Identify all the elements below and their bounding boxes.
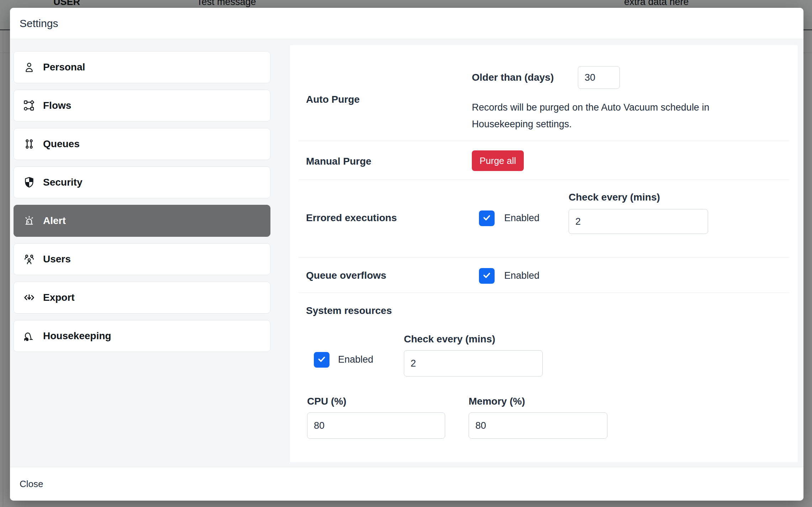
queue-overflows-enabled-checkbox[interactable] [479,268,495,284]
cpu-percent-label: CPU (%) [307,396,346,407]
older-than-days-input[interactable] [578,66,620,89]
schema-icon [22,99,36,112]
sidebar-item-label: Alert [43,215,66,226]
checkmark-icon [482,213,491,224]
manual-purge-label: Manual Purge [306,156,371,167]
checkmark-icon [482,271,491,281]
sidebar-item-users[interactable]: Users [14,243,270,275]
person-icon [22,60,36,74]
close-button[interactable]: Close [20,479,43,490]
people-icon [22,252,36,266]
checkmark-icon [317,354,326,365]
system-resources-enabled-checkbox[interactable] [314,352,329,368]
errored-check-every-input[interactable] [569,209,708,234]
queues-icon [22,137,36,151]
row-divider [299,293,789,293]
modal-footer: Close [10,467,803,501]
sidebar-item-flows[interactable]: Flows [14,90,270,122]
row-divider [299,180,789,180]
modal-header: Settings [10,8,803,39]
system-check-every-input[interactable] [404,350,543,377]
vacuum-icon [22,329,36,343]
older-than-days-label: Older than (days) [472,72,554,83]
sidebar-item-label: Personal [43,62,85,73]
queue-overflows-label: Queue overflows [306,270,386,281]
settings-sidebar: Personal Flows [14,51,270,358]
alert-settings-panel: Auto Purge Older than (days) Records wil… [290,45,798,462]
memory-percent-label: Memory (%) [469,396,525,407]
screen: USER Test message extra data here Settin… [0,0,812,507]
errored-check-every-label: Check every (mins) [569,192,660,203]
auto-purge-help-text: Records will be purged on the Auto Vacuu… [472,99,771,133]
sidebar-item-export[interactable]: Export [14,282,270,314]
errored-executions-label: Errored executions [306,212,397,224]
errored-executions-enabled-label: Enabled [504,213,539,224]
row-divider [299,141,789,141]
settings-modal: Settings Personal [10,8,803,501]
system-resources-label: System resources [306,305,392,316]
system-check-every-label: Check every (mins) [404,333,495,345]
purge-all-button[interactable]: Purge all [472,150,524,171]
sidebar-item-label: Export [43,292,75,303]
sidebar-item-housekeeping[interactable]: Housekeeping [14,320,270,352]
modal-title: Settings [20,17,58,30]
shield-icon [22,176,36,189]
export-code-icon [22,291,36,304]
sidebar-item-label: Flows [43,100,71,111]
cpu-percent-input[interactable] [307,412,445,439]
sidebar-item-label: Housekeeping [43,330,111,342]
auto-purge-label: Auto Purge [306,94,360,105]
sidebar-item-queues[interactable]: Queues [14,128,270,160]
queue-overflows-enabled-label: Enabled [504,270,539,281]
system-resources-enabled-label: Enabled [338,354,373,365]
sidebar-item-label: Security [43,177,83,188]
modal-body: Personal Flows [10,39,803,467]
sidebar-item-label: Queues [43,138,80,150]
sidebar-item-personal[interactable]: Personal [14,51,270,83]
siren-icon [22,214,36,228]
sidebar-item-alert[interactable]: Alert [14,205,270,237]
sidebar-item-label: Users [43,253,71,265]
sidebar-item-security[interactable]: Security [14,166,270,198]
errored-executions-enabled-checkbox[interactable] [479,210,495,226]
memory-percent-input[interactable] [469,412,607,439]
row-divider [299,257,789,258]
